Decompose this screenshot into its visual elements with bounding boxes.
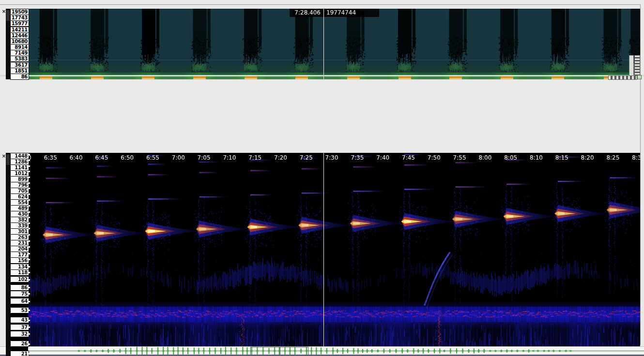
overview-view-box-2[interactable] [280, 347, 308, 355]
freq-tick [29, 253, 30, 254]
freq-tick [29, 343, 30, 345]
freq-tick [29, 301, 30, 302]
freq-label: 21 [10, 351, 29, 356]
freq-tick [29, 333, 30, 335]
freq-label: 32 [10, 331, 29, 337]
window-right-chrome [640, 4, 644, 345]
freq-label: 64 [10, 298, 29, 304]
pane-top-close-button[interactable]: × [1, 9, 7, 15]
pane-top-left-scrollbar-thumb[interactable] [6, 10, 10, 21]
vertical-scroll-bar[interactable] [629, 55, 634, 78]
freq-label: 26 [10, 341, 29, 347]
freq-tick [29, 240, 30, 242]
freq-label: 75 [10, 291, 29, 297]
freq-tick [29, 165, 30, 167]
freq-tick [29, 188, 30, 189]
freq-tick [29, 160, 30, 161]
freq-label: 15977 [10, 20, 29, 27]
freq-tick [29, 205, 30, 207]
pane-bottom-spectrogram[interactable] [28, 153, 640, 356]
freq-label: 86 [10, 284, 29, 291]
playback-cursor-top [323, 9, 324, 79]
freq-tick [29, 279, 30, 281]
freq-label: 43 [10, 317, 29, 323]
freq-label: 86 [10, 74, 29, 80]
freq-tick [29, 199, 30, 201]
zoom-reset-button-top[interactable] [637, 75, 642, 79]
freq-tick [29, 182, 30, 184]
pane-bottom-frequency-scale: 1448128611411012899796705624554489430382… [10, 153, 28, 356]
freq-tick [29, 228, 30, 229]
freq-tick [29, 310, 30, 311]
freq-tick [29, 234, 30, 236]
freq-tick [29, 217, 30, 218]
freq-tick [29, 222, 30, 224]
freq-label: 53 [10, 307, 29, 313]
pane-bottom-left-scrollbar[interactable] [6, 153, 10, 356]
pane-top-left-scrollbar[interactable] [6, 9, 10, 79]
freq-tick [29, 326, 30, 328]
freq-tick [29, 293, 30, 295]
window-top-chrome [0, 0, 644, 5]
freq-label: 37 [10, 324, 29, 330]
overview-waveform[interactable] [0, 347, 644, 355]
freq-label: 118 [10, 269, 29, 276]
overview-waveform-strip[interactable] [0, 346, 644, 355]
freq-tick [29, 246, 30, 248]
freq-tick [29, 353, 30, 355]
overview-view-box-1[interactable] [250, 347, 280, 355]
pane-top-spectrogram[interactable] [28, 9, 640, 79]
app-window: × 19509177431597714211124461068089147149… [0, 0, 644, 356]
pane-top-frequency-scale: 1950917743159771421112446106808914714953… [10, 9, 28, 79]
playback-cursor-bottom [323, 153, 324, 356]
freq-label: 5383 [10, 56, 29, 62]
freq-label: 156 [10, 257, 29, 264]
freq-tick [29, 193, 30, 195]
freq-tick [29, 272, 30, 273]
cursor-sample-readout-top: 19774744 [325, 9, 357, 16]
freq-tick [29, 287, 30, 288]
freq-tick [29, 177, 30, 178]
pane-bottom-close-button[interactable]: × [1, 153, 7, 159]
freq-tick [29, 154, 30, 155]
cursor-time-readout-top: 7:28.406 [293, 9, 322, 16]
pane-bottom-left-scrollbar-thumb[interactable] [6, 154, 10, 165]
freq-tick [29, 266, 30, 267]
pane-top: × 19509177431597714211124461068089147149… [0, 4, 644, 75]
freq-label: 102 [10, 276, 29, 282]
freq-tick [29, 320, 30, 321]
freq-tick [29, 211, 30, 213]
pane-bottom: × 14481286114110128997967056245544894303… [0, 76, 644, 345]
horizontal-zoom-wheel-top[interactable] [608, 75, 637, 80]
freq-tick [29, 171, 30, 172]
freq-tick [29, 259, 30, 260]
pane-divider [0, 75, 644, 76]
